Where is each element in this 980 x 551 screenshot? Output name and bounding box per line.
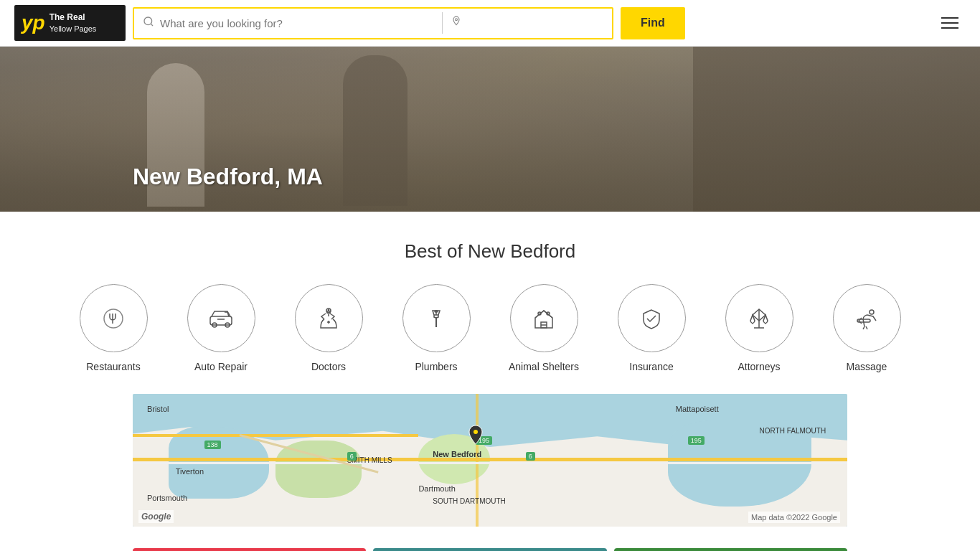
hamburger-line-2 [941,22,958,24]
category-attorneys[interactable]: Attorneys [716,284,802,372]
category-plumbers[interactable]: Plumbers [393,284,479,372]
category-label-doctors: Doctors [311,361,346,372]
hero-section: New Bedford, MA [0,47,980,212]
map-label-south-dartmouth: SOUTH DARTMOUTH [433,497,505,505]
category-restaurants[interactable]: Restaurants [70,284,156,372]
location-input[interactable]: Dallas, TX [467,17,603,29]
map-google-logo: Google [138,510,174,523]
map-container[interactable]: Bristol Mattapoisett Tiverton Portsmouth… [133,394,847,527]
highway-6-right: 6 [526,452,535,461]
category-circle-animal-shelters [510,284,578,352]
category-animal-shelters[interactable]: Animal Shelters [501,284,587,372]
category-circle-doctors [295,284,363,352]
massage-icon [852,303,882,334]
category-label-attorneys: Attorneys [738,361,780,372]
highway-6: 6 [347,452,357,461]
card-nearby-cities[interactable]: Nearby Cities in New Bedford [614,548,847,551]
map-credit: Map data ©2022 Google [748,512,840,523]
search-where-container: Dallas, TX [443,9,612,38]
svg-point-15 [870,310,874,314]
category-label-animal-shelters: Animal Shelters [509,361,579,372]
card-trending-searches[interactable]: Trending Searches in New Bedford [373,548,606,551]
search-what-container [134,9,442,38]
svg-point-13 [547,312,550,315]
map-section: Bristol Mattapoisett Tiverton Portsmouth… [0,394,980,527]
logo-tagline: The Real Yellow Pages [50,12,97,34]
category-label-plumbers: Plumbers [415,361,457,372]
logo[interactable]: yp The Real Yellow Pages [14,5,126,41]
highway-195-right: 195 [688,436,705,445]
category-circle-attorneys [725,284,793,352]
find-button[interactable]: Find [621,7,685,39]
map-road-v [476,394,479,527]
highway-138: 138 [204,441,221,449]
svg-point-0 [144,17,152,25]
map-label-tiverton: Tiverton [176,467,204,476]
hamburger-menu[interactable] [934,10,966,36]
attorneys-icon [744,303,774,334]
category-circle-restaurants [80,284,148,352]
hamburger-line-3 [941,27,958,29]
best-of-section: Best of New Bedford Restaurants [0,212,980,394]
search-input[interactable] [160,17,433,29]
insurance-icon [636,303,666,334]
category-circle-plumbers [402,284,471,352]
map-label-mattapoisett: Mattapoisett [676,405,719,413]
category-auto-repair[interactable]: Auto Repair [178,284,264,372]
category-label-auto-repair: Auto Repair [194,361,248,372]
plumbers-icon [421,303,451,334]
map-label-portsmouth: Portsmouth [147,494,187,502]
restaurant-icon [98,303,128,334]
svg-point-12 [538,312,541,315]
category-circle-insurance [618,284,686,352]
bottom-cards: Popular Businesses in New Bedford Trendi… [0,548,980,551]
map-road-main-h [133,458,847,461]
category-doctors[interactable]: Doctors [286,284,372,372]
svg-point-17 [473,430,478,434]
location-icon [451,16,461,30]
map-pin [468,425,484,450]
yp-logo-text: yp [22,11,45,34]
search-bar: Dallas, TX [133,7,613,39]
header: yp The Real Yellow Pages Dallas, TX Find [0,0,980,47]
animal-shelters-icon [529,303,559,334]
map-label-bristol: Bristol [147,405,169,413]
svg-point-3 [104,309,123,328]
svg-line-1 [151,24,153,26]
map-label-dartmouth: Dartmouth [418,484,455,493]
hamburger-line-1 [941,17,958,19]
doctors-icon [314,303,344,334]
search-icon [143,16,154,30]
category-label-restaurants: Restaurants [86,361,140,372]
category-label-massage: Massage [847,361,887,372]
page-title: New Bedford, MA [133,164,323,190]
category-label-insurance: Insurance [629,361,673,372]
category-insurance[interactable]: Insurance [608,284,694,372]
category-circle-massage [833,284,901,352]
map-road-lower [133,462,847,464]
category-circle-auto-repair [187,284,255,352]
svg-point-2 [456,19,458,21]
map-road-upper-h [133,434,418,437]
category-massage[interactable]: Massage [824,284,910,372]
auto-repair-icon [206,303,236,334]
card-popular-businesses[interactable]: Popular Businesses in New Bedford [133,548,366,551]
best-of-title: Best of New Bedford [14,240,966,263]
map-label-north-falmouth: NORTH FALMOUTH [760,427,826,435]
categories-grid: Restaurants Auto Repair [14,284,966,372]
map-label-new-bedford: New Bedford [433,450,481,458]
